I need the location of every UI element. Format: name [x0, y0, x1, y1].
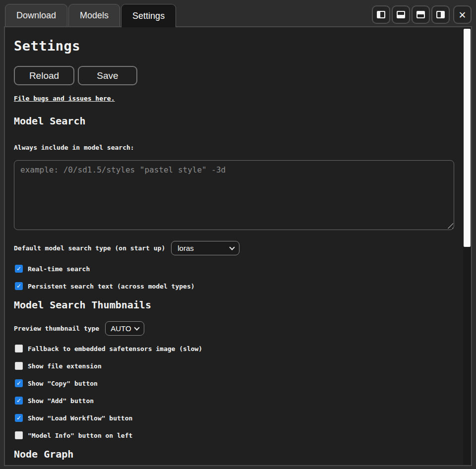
select-value: AUTO	[111, 324, 135, 333]
default-search-type-label: Default model search type (on start up)	[14, 244, 165, 252]
dock-right-button[interactable]	[431, 5, 450, 24]
dock-right-icon	[436, 11, 445, 18]
preview-thumbnail-type-label: Preview thumbnail type	[14, 325, 99, 332]
checkbox-row: Show file extension	[15, 362, 451, 370]
checkbox-label: Show "Add" button	[28, 397, 94, 405]
close-button[interactable]: ✕	[453, 5, 472, 24]
checkbox-label: Show "Load Workflow" button	[28, 414, 132, 422]
always-include-label: Always include in model search:	[14, 144, 451, 151]
settings-panel: Settings Reload Save File bugs and issue…	[4, 26, 472, 466]
checkbox-label: Persistent search text (across model typ…	[28, 283, 195, 290]
window-controls: ✕	[372, 5, 472, 24]
tabs-container: Download Models Settings	[5, 4, 176, 27]
model-search-heading: Model Search	[14, 116, 451, 126]
checkbox[interactable]: ✓	[15, 282, 23, 290]
scrollbar-thumb[interactable]	[464, 29, 471, 247]
checkbox-row: ✓ Persistent search text (across model t…	[15, 282, 451, 290]
checkbox-row: "Model Info" button on left	[15, 431, 451, 439]
checkbox[interactable]: ✓	[15, 414, 23, 422]
default-search-type-row: Default model search type (on start up) …	[14, 241, 451, 255]
checkbox-row: ✓ Real-time search	[15, 265, 451, 273]
save-button[interactable]: Save	[78, 66, 137, 85]
page-title: Settings	[14, 39, 451, 53]
checkbox[interactable]	[15, 345, 23, 352]
select-value: loras	[178, 244, 230, 252]
checkbox-row: ✓ Show "Load Workflow" button	[15, 414, 451, 422]
preview-thumbnail-type-select[interactable]: AUTO	[105, 321, 144, 336]
thumbnails-heading: Model Search Thumbnails	[14, 299, 451, 310]
preview-thumbnail-type-row: Preview thumbnail type AUTO	[14, 321, 451, 336]
dock-top-button[interactable]	[412, 5, 430, 24]
tab-settings[interactable]: Settings	[121, 4, 176, 27]
checkbox-row: ✓ Show "Copy" button	[15, 379, 451, 387]
tab-download[interactable]: Download	[5, 4, 67, 26]
model-search-checkbox-list: ✓ Real-time search ✓ Persistent search t…	[14, 265, 451, 290]
thumbnails-checkbox-list: Fallback to embedded safetensors image (…	[14, 345, 451, 439]
checkbox[interactable]	[15, 362, 23, 370]
node-graph-heading: Node Graph	[14, 449, 451, 460]
checkbox-row: Fallback to embedded safetensors image (…	[15, 345, 451, 352]
tab-label: Settings	[132, 11, 165, 21]
checkbox-row: ✓ Show "Add" button	[15, 397, 451, 405]
file-bugs-link[interactable]: File bugs and issues here.	[14, 95, 115, 102]
always-include-field-wrap	[14, 160, 454, 230]
action-buttons: Reload Save	[14, 66, 451, 85]
dock-left-icon	[377, 11, 385, 18]
checkbox[interactable]	[15, 431, 23, 439]
checkbox[interactable]: ✓	[15, 379, 23, 387]
checkbox-label: Show "Copy" button	[28, 380, 98, 387]
chevron-down-icon	[134, 325, 140, 330]
chevron-down-icon	[230, 244, 235, 250]
checkbox[interactable]: ✓	[15, 397, 23, 405]
checkbox-label: "Model Info" button on left	[28, 432, 132, 439]
scrollbar-track[interactable]	[463, 27, 471, 465]
dock-left-button[interactable]	[372, 5, 390, 24]
close-icon: ✕	[459, 9, 467, 20]
always-include-textarea[interactable]	[14, 160, 454, 230]
dock-top-icon	[416, 11, 425, 18]
tab-label: Models	[80, 10, 109, 21]
tab-bar: Download Models Settings ✕	[0, 0, 476, 26]
tab-models[interactable]: Models	[68, 4, 120, 26]
dock-bottom-button[interactable]	[392, 5, 410, 24]
tab-label: Download	[16, 10, 56, 21]
dock-bottom-icon	[397, 11, 405, 18]
checkbox-label: Fallback to embedded safetensors image (…	[28, 345, 202, 352]
checkbox-label: Real-time search	[28, 265, 90, 273]
default-search-type-select[interactable]: loras	[171, 241, 239, 255]
reload-button[interactable]: Reload	[14, 66, 74, 85]
settings-content: Settings Reload Save File bugs and issue…	[5, 27, 471, 465]
checkbox-label: Show file extension	[28, 362, 102, 370]
checkbox[interactable]: ✓	[15, 265, 23, 273]
